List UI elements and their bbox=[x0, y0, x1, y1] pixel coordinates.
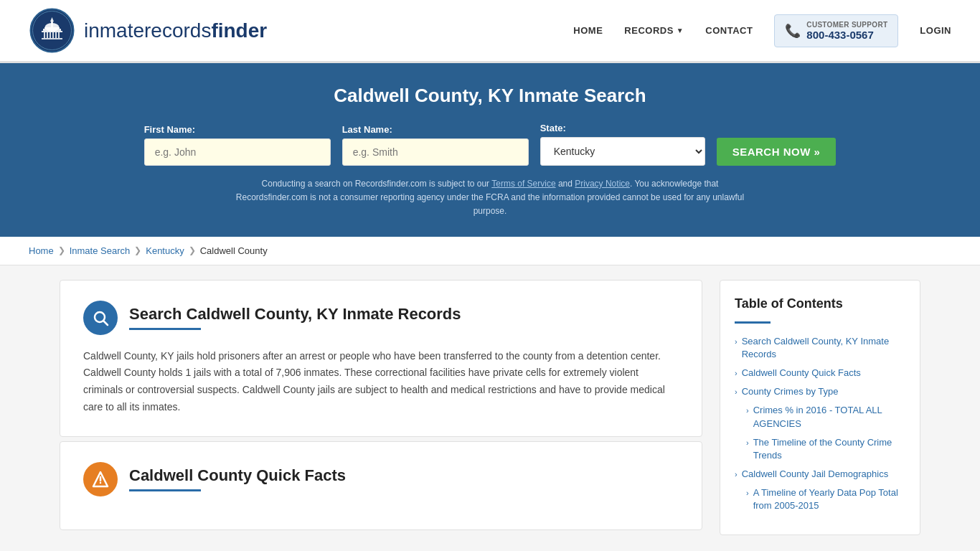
breadcrumb-sep-3: ❯ bbox=[189, 245, 196, 255]
state-group: State: KentuckyAlabamaAlaskaArizonaArkan… bbox=[540, 123, 705, 166]
svg-rect-12 bbox=[42, 38, 62, 39]
support-phone: 800-433-0567 bbox=[806, 29, 887, 41]
nav-records[interactable]: RECORDS ▼ bbox=[624, 25, 684, 36]
toc-link-2[interactable]: ›County Crimes by Type bbox=[735, 385, 905, 398]
phone-icon: 📞 bbox=[785, 23, 801, 39]
toc-item: ›Caldwell County Jail Demographics bbox=[735, 468, 905, 481]
quick-facts-card: Caldwell County Quick Facts bbox=[60, 441, 702, 530]
search-section: Caldwell County, KY Inmate Search First … bbox=[0, 63, 980, 237]
svg-rect-10 bbox=[55, 32, 57, 38]
content-area: Search Caldwell County, KY Inmate Record… bbox=[60, 280, 702, 535]
facts-card-icon-circle bbox=[83, 462, 118, 496]
main-card-body: Caldwell County, KY jails hold prisoners… bbox=[83, 348, 679, 416]
title-underline bbox=[129, 328, 201, 330]
toc-item-label: A Timeline of Yearly Data Pop Total from… bbox=[753, 486, 905, 512]
logo-area: inmaterecordsfinder bbox=[29, 7, 267, 54]
logo-icon bbox=[29, 7, 75, 54]
toc-item: ›A Timeline of Yearly Data Pop Total fro… bbox=[735, 486, 905, 512]
toc-list: ›Search Caldwell County, KY Inmate Recor… bbox=[735, 335, 905, 513]
terms-link[interactable]: Terms of Service bbox=[491, 179, 555, 189]
card-header-search: Search Caldwell County, KY Inmate Record… bbox=[83, 301, 679, 335]
toc-item-label: The Timeline of the County Crime Trends bbox=[753, 436, 905, 462]
breadcrumb-home[interactable]: Home bbox=[29, 245, 54, 256]
toc-chevron-icon: › bbox=[735, 387, 738, 397]
first-name-input[interactable] bbox=[144, 138, 331, 166]
search-card: Search Caldwell County, KY Inmate Record… bbox=[60, 280, 702, 437]
search-button[interactable]: SEARCH NOW » bbox=[717, 138, 837, 166]
svg-rect-4 bbox=[43, 29, 61, 31]
last-name-group: Last Name: bbox=[342, 124, 529, 166]
header: inmaterecordsfinder HOME RECORDS ▼ CONTA… bbox=[0, 0, 980, 63]
svg-rect-13 bbox=[51, 22, 53, 27]
state-label: State: bbox=[540, 123, 566, 133]
support-label: CUSTOMER SUPPORT bbox=[806, 21, 887, 29]
nav-login[interactable]: LOGIN bbox=[920, 25, 951, 36]
toc-item: ›Search Caldwell County, KY Inmate Recor… bbox=[735, 335, 905, 361]
svg-rect-6 bbox=[44, 32, 45, 38]
main-content: Search Caldwell County, KY Inmate Record… bbox=[31, 280, 949, 535]
search-icon bbox=[92, 309, 109, 326]
nav-contact[interactable]: CONTACT bbox=[705, 25, 753, 36]
toc-link-0[interactable]: ›Search Caldwell County, KY Inmate Recor… bbox=[735, 335, 905, 361]
svg-rect-8 bbox=[50, 32, 51, 38]
toc-chevron-icon: › bbox=[735, 368, 738, 379]
svg-rect-11 bbox=[58, 32, 60, 38]
breadcrumb-sep-1: ❯ bbox=[58, 245, 65, 255]
toc-link-6[interactable]: ›A Timeline of Yearly Data Pop Total fro… bbox=[746, 486, 905, 512]
facts-title-underline bbox=[129, 489, 201, 491]
logo-text: inmaterecordsfinder bbox=[84, 19, 267, 42]
last-name-label: Last Name: bbox=[342, 124, 392, 135]
svg-rect-3 bbox=[44, 27, 60, 29]
svg-line-16 bbox=[104, 321, 108, 325]
toc-chevron-icon: › bbox=[746, 488, 749, 499]
svg-rect-7 bbox=[47, 32, 48, 38]
toc-item: ›The Timeline of the County Crime Trends bbox=[735, 436, 905, 462]
search-form: First Name: Last Name: State: KentuckyAl… bbox=[29, 123, 951, 166]
toc-item-label: Search Caldwell County, KY Inmate Record… bbox=[742, 335, 905, 361]
toc-link-5[interactable]: ›Caldwell County Jail Demographics bbox=[735, 468, 905, 481]
toc-link-1[interactable]: ›Caldwell County Quick Facts bbox=[735, 367, 905, 380]
breadcrumb-sep-2: ❯ bbox=[134, 245, 141, 255]
toc-item: ›Caldwell County Quick Facts bbox=[735, 367, 905, 380]
toc-chevron-icon: › bbox=[746, 405, 749, 416]
quick-facts-title: Caldwell County Quick Facts bbox=[129, 466, 346, 485]
card-header-facts: Caldwell County Quick Facts bbox=[83, 462, 679, 496]
breadcrumb-county: Caldwell County bbox=[200, 245, 268, 256]
search-title: Caldwell County, KY Inmate Search bbox=[29, 85, 951, 107]
toc-item: ›County Crimes by Type bbox=[735, 385, 905, 398]
main-card-title: Search Caldwell County, KY Inmate Record… bbox=[129, 305, 461, 324]
main-nav: HOME RECORDS ▼ CONTACT 📞 CUSTOMER SUPPOR… bbox=[573, 14, 951, 47]
toc-link-3[interactable]: ›Crimes % in 2016 - TOTAL ALL AGENCIES bbox=[746, 404, 905, 430]
customer-support-box: 📞 CUSTOMER SUPPORT 800-433-0567 bbox=[774, 14, 898, 47]
toc-card: Table of Contents ›Search Caldwell Count… bbox=[720, 280, 920, 535]
toc-title: Table of Contents bbox=[735, 296, 905, 311]
toc-chevron-icon: › bbox=[746, 438, 749, 448]
svg-rect-9 bbox=[52, 32, 54, 38]
toc-chevron-icon: › bbox=[735, 469, 738, 480]
nav-home[interactable]: HOME bbox=[573, 25, 603, 36]
first-name-label: First Name: bbox=[144, 124, 196, 135]
toc-item-label: Crimes % in 2016 - TOTAL ALL AGENCIES bbox=[753, 404, 905, 430]
sidebar: Table of Contents ›Search Caldwell Count… bbox=[720, 280, 920, 535]
alert-icon bbox=[92, 471, 109, 488]
search-card-icon-circle bbox=[83, 301, 118, 335]
first-name-group: First Name: bbox=[144, 124, 331, 166]
svg-rect-5 bbox=[42, 31, 62, 32]
breadcrumb-inmate-search[interactable]: Inmate Search bbox=[70, 245, 131, 256]
breadcrumb: Home ❯ Inmate Search ❯ Kentucky ❯ Caldwe… bbox=[0, 237, 980, 265]
toc-item-label: Caldwell County Jail Demographics bbox=[742, 468, 888, 481]
last-name-input[interactable] bbox=[342, 138, 529, 166]
state-select[interactable]: KentuckyAlabamaAlaskaArizonaArkansasCali… bbox=[540, 137, 705, 166]
toc-item-label: Caldwell County Quick Facts bbox=[742, 367, 861, 380]
breadcrumb-state[interactable]: Kentucky bbox=[146, 245, 184, 256]
disclaimer-text: Conducting a search on Recordsfinder.com… bbox=[232, 177, 748, 219]
toc-chevron-icon: › bbox=[735, 336, 738, 347]
toc-link-4[interactable]: ›The Timeline of the County Crime Trends bbox=[746, 436, 905, 462]
toc-item-label: County Crimes by Type bbox=[742, 385, 839, 398]
privacy-link[interactable]: Privacy Notice bbox=[575, 179, 630, 189]
toc-item: ›Crimes % in 2016 - TOTAL ALL AGENCIES bbox=[735, 404, 905, 430]
toc-divider bbox=[735, 321, 771, 324]
